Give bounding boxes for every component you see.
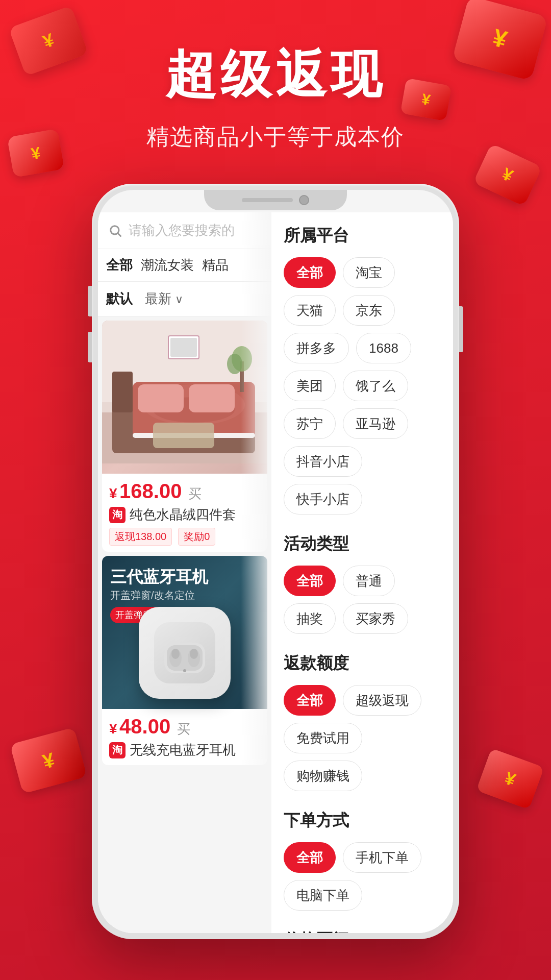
svg-rect-11 [189,384,235,412]
product-image-2: 三代蓝牙耳机 开盖弹窗/改名定位 开盖弹窗/改名定位 [102,556,267,709]
product-info-2: ¥ 48.00 买 淘 无线充电蓝牙耳机 [102,709,267,765]
power-button[interactable] [459,306,463,352]
cashback-filter-title: 返款额度 [284,652,441,675]
product-card-2[interactable]: 三代蓝牙耳机 开盖弹窗/改名定位 开盖弹窗/改名定位 [102,556,267,765]
cashback-tag-free-trial[interactable]: 免费试用 [284,723,362,753]
platform-tag-amazon[interactable]: 亚马逊 [343,408,408,439]
platform-tag-suning[interactable]: 苏宁 [284,408,336,439]
product-name-row-1: 淘 纯色水晶绒四件套 [109,506,260,524]
order-tag-pc[interactable]: 电脑下单 [284,880,362,911]
order-filter-title: 下单方式 [284,810,441,832]
speaker-bar [242,198,293,202]
price-value-2: 48.00 [119,715,170,738]
search-placeholder-text: 请输入您要搜索的 [129,222,235,239]
deco-envelope-5: ¥ [7,129,64,178]
svg-rect-10 [138,384,184,412]
product-price-1: ¥ 168.00 买 [109,480,260,503]
front-camera [299,195,309,205]
price-filter-title: 价格区间 [284,929,441,933]
sort-arrow-icon: ∨ [175,293,183,306]
product-price-2: ¥ 48.00 买 [109,715,260,738]
volume-down-button[interactable] [88,332,92,362]
category-tab-all[interactable]: 全部 [106,256,133,274]
airpods-case-image [139,607,231,699]
category-tab-fashion[interactable]: 潮流女装 [141,256,194,274]
order-filter-section: 下单方式 全部 手机下单 电脑下单 [284,810,441,911]
svg-point-25 [183,669,186,672]
svg-rect-6 [112,372,133,412]
activity-tag-buyer-show[interactable]: 买家秀 [343,603,408,634]
svg-point-22 [171,649,180,659]
order-filter-tags: 全部 手机下单 电脑下单 [284,842,441,911]
activity-filter-section: 活动类型 全部 普通 抽奖 买家秀 [284,533,441,634]
buy-label-1[interactable]: 买 [188,486,202,501]
product-name-2: 无线充电蓝牙耳机 [130,741,236,759]
product-name-row-2: 淘 无线充电蓝牙耳机 [109,741,260,759]
cashback-row-1: 返现138.00 奖励0 [109,528,260,546]
cashback-tag-super[interactable]: 超级返现 [343,685,421,716]
activity-tag-lottery[interactable]: 抽奖 [284,603,336,634]
activity-tag-normal[interactable]: 普通 [343,566,395,596]
category-tabs: 全部 潮流女装 精品 [98,249,271,282]
platform-tag-meituan[interactable]: 美团 [284,371,336,401]
hero-subtitle: 精选商品小于等于成本价 [0,122,551,152]
platform-tag-all[interactable]: 全部 [284,257,336,288]
platform-tag-jd[interactable]: 京东 [343,295,395,326]
product-name-1: 纯色水晶绒四件套 [130,506,236,524]
product-card-1[interactable]: ¥ 168.00 买 淘 纯色水晶绒四件套 返现 [102,321,267,552]
platform-tag-2: 淘 [109,742,126,758]
price-filter-section: 价格区间 — [284,929,441,933]
volume-up-button[interactable] [88,286,92,316]
svg-point-24 [190,649,198,659]
platform-tag-1688[interactable]: 1688 [356,333,411,363]
screen: 请输入您要搜索的 全部 潮流女装 精品 默认 最新 ∨ [98,212,453,933]
activity-filter-tags: 全部 普通 抽奖 买家秀 [284,566,441,634]
filter-panel: 所属平台 全部 淘宝 天猫 京东 拼多多 1688 美团 饿了么 苏宁 亚马逊 [271,212,453,933]
svg-rect-15 [170,338,197,357]
cashback-tag-earn[interactable]: 购物赚钱 [284,761,362,791]
cashback-tag-all[interactable]: 全部 [284,685,336,716]
product-image-1 [102,321,267,474]
earbuds-sub: 开盖弹窗/改名定位 [110,589,195,602]
price-value-1: 168.00 [119,480,182,502]
platform-tag-taobao[interactable]: 淘宝 [343,257,395,288]
platform-tag-tmall[interactable]: 天猫 [284,295,336,326]
svg-rect-13 [153,423,214,448]
buy-label-2[interactable]: 买 [177,721,190,737]
platform-tag-1: 淘 [109,507,126,523]
category-tab-premium[interactable]: 精品 [202,256,229,274]
platform-filter-section: 所属平台 全部 淘宝 天猫 京东 拼多多 1688 美团 饿了么 苏宁 亚马逊 [284,225,441,514]
order-tag-mobile[interactable]: 手机下单 [343,842,421,873]
phone-notch [204,190,347,210]
search-bar[interactable]: 请输入您要搜索的 [98,212,271,249]
platform-tag-douyin[interactable]: 抖音小店 [284,446,362,477]
phone-mockup: 请输入您要搜索的 全部 潮流女装 精品 默认 最新 ∨ [92,184,459,939]
svg-point-18 [227,354,242,374]
sort-default[interactable]: 默认 [106,290,133,308]
platform-tag-kuaishou[interactable]: 快手小店 [284,484,362,514]
cashback-tag-1: 返现138.00 [109,528,172,546]
activity-tag-all[interactable]: 全部 [284,566,336,596]
platform-tag-elem[interactable]: 饿了么 [343,371,408,401]
reward-tag-1: 奖励0 [178,528,215,546]
platform-filter-title: 所属平台 [284,225,441,247]
earbuds-title: 三代蓝牙耳机 [110,566,208,589]
sort-newest[interactable]: 最新 ∨ [145,290,183,308]
activity-filter-title: 活动类型 [284,533,441,555]
svg-line-1 [118,233,120,236]
product-list-panel: 请输入您要搜索的 全部 潮流女装 精品 默认 最新 ∨ [98,212,271,933]
cashback-filter-section: 返款额度 全部 超级返现 免费试用 购物赚钱 [284,652,441,791]
sort-bar: 默认 最新 ∨ [98,282,271,316]
platform-filter-tags: 全部 淘宝 天猫 京东 拼多多 1688 美团 饿了么 苏宁 亚马逊 抖音小店 … [284,257,441,514]
cashback-filter-tags: 全部 超级返现 免费试用 购物赚钱 [284,685,441,791]
search-icon [106,222,124,240]
platform-tag-pdd[interactable]: 拼多多 [284,333,349,363]
order-tag-all[interactable]: 全部 [284,842,336,873]
product-info-1: ¥ 168.00 买 淘 纯色水晶绒四件套 返现 [102,474,267,552]
